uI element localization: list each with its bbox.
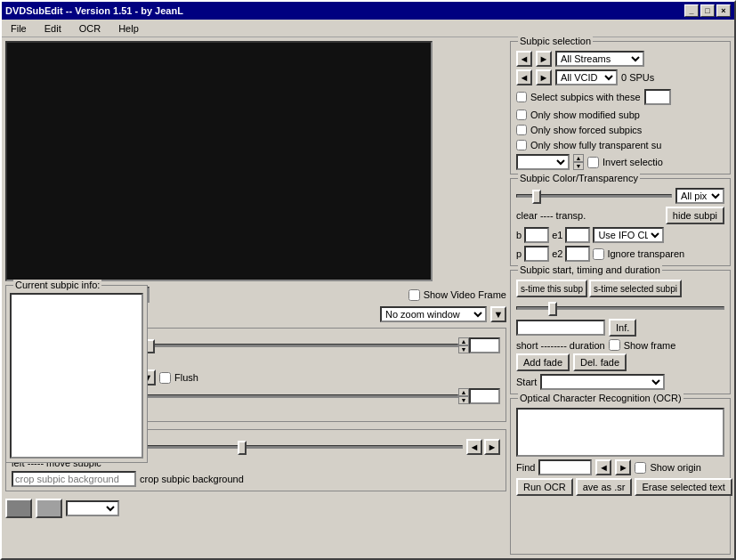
menu-ocr[interactable]: OCR: [74, 21, 106, 36]
p-input[interactable]: [524, 246, 549, 262]
vertical-spin2-up[interactable]: ▲: [458, 388, 469, 396]
invert-row: ▲ ▼ Invert selectio: [516, 154, 724, 170]
ignore-transparent-label: Ignore transparen: [607, 248, 684, 259]
show-origin-check[interactable]: [635, 462, 646, 474]
stream-next[interactable]: ►: [536, 51, 552, 67]
all-pix-select[interactable]: All pix: [675, 188, 724, 204]
bottom-btn2[interactable]: [36, 499, 62, 518]
hide-subpi-btn[interactable]: hide subpi: [666, 207, 724, 224]
vertical-spinner2[interactable]: ▲ ▼: [458, 388, 469, 404]
invert-select[interactable]: [516, 154, 570, 170]
select-subpics-label: Select subpics with these: [530, 92, 641, 102]
only-modified-row: Only show modified subp: [516, 110, 724, 120]
flush-label: Flush: [174, 372, 198, 383]
b-input[interactable]: [524, 227, 549, 243]
menu-bar: File Edit OCR Help: [2, 20, 734, 37]
flush-check[interactable]: [159, 372, 171, 384]
h-left-btn[interactable]: ◄: [466, 439, 482, 455]
title-bar: DVDSubEdit -- Version 1.51 - by JeanL _ …: [2, 2, 734, 20]
menu-help[interactable]: Help: [113, 21, 144, 36]
s-time-subp-btn[interactable]: s-time this subp: [516, 280, 587, 297]
start-row: Start: [516, 374, 724, 390]
only-forced-check[interactable]: [516, 125, 527, 135]
fade-row: Add fade Del. fade: [516, 353, 724, 371]
find-next[interactable]: ►: [615, 459, 631, 475]
add-fade-btn[interactable]: Add fade: [516, 353, 570, 371]
ocr-title: Optical Character Recognition (OCR): [518, 393, 683, 403]
only-forced-row: Only show forced subpics: [516, 125, 724, 135]
vertical-spinner[interactable]: ▲ ▼: [458, 337, 469, 353]
subpic-selection-title: Subpic selection: [518, 36, 593, 46]
ignore-transparent-check[interactable]: [593, 248, 604, 260]
show-video-frame-check[interactable]: [408, 289, 420, 301]
timing-btns-row: s-time this subp s-time selected subpi: [516, 280, 724, 297]
erase-selected-btn[interactable]: Erase selected text: [635, 478, 732, 496]
ocr-text-area[interactable]: [516, 408, 724, 457]
e2-label: e2: [552, 248, 562, 259]
bottom-select[interactable]: [66, 500, 119, 516]
stream-prev[interactable]: ◄: [516, 51, 532, 67]
del-fade-btn[interactable]: Del. fade: [573, 353, 627, 371]
ocr-group: Optical Character Recognition (OCR) Find…: [510, 398, 731, 555]
s-time-selected-btn[interactable]: s-time selected subpi: [589, 280, 682, 297]
find-label: Find: [516, 462, 535, 473]
only-modified-check[interactable]: [516, 110, 527, 120]
save-as-btn[interactable]: ave as .sr: [576, 478, 633, 496]
clear-transp-label: clear ---- transp.: [516, 210, 586, 221]
h-right-btn[interactable]: ►: [484, 439, 500, 455]
vertical-value2[interactable]: [469, 388, 500, 404]
only-modified-label: Only show modified subp: [530, 110, 640, 120]
vertical-value[interactable]: 0: [469, 337, 500, 353]
show-video-frame-label: Show Video Frame: [424, 289, 506, 300]
only-transparent-check[interactable]: [516, 140, 527, 150]
zoom-dropdown-btn[interactable]: ▼: [490, 306, 506, 322]
ifo-clut-select[interactable]: Use IFO CLUT: [593, 227, 664, 243]
color-slider-row: All pix: [516, 188, 724, 204]
right-panel: Subpic selection ◄ ► All Streams ◄ ► All…: [510, 41, 731, 555]
show-frame-check[interactable]: [609, 339, 620, 351]
b-e1-row: b e1 Use IFO CLUT: [516, 227, 724, 243]
close-button[interactable]: ×: [716, 4, 731, 17]
menu-edit[interactable]: Edit: [39, 21, 67, 36]
vertical-spin2-down[interactable]: ▼: [458, 396, 469, 404]
timing-slider[interactable]: [516, 300, 724, 316]
e1-input[interactable]: [565, 227, 590, 243]
start-select[interactable]: [540, 374, 665, 390]
zoom-select[interactable]: No zoom window: [380, 306, 487, 322]
maximize-button[interactable]: □: [700, 4, 715, 17]
subpic-info-area: [10, 293, 143, 459]
invert-spin-down[interactable]: ▼: [573, 162, 584, 170]
vcid-row: ◄ ► All VCID 0 SPUs: [516, 69, 724, 85]
crop-bg-input[interactable]: [12, 471, 136, 487]
vertical-spin-up[interactable]: ▲: [458, 337, 469, 345]
stream-row: ◄ ► All Streams: [516, 51, 724, 67]
color-slider[interactable]: [516, 188, 672, 204]
bottom-btn1[interactable]: [5, 499, 32, 518]
find-prev[interactable]: ◄: [595, 459, 611, 475]
show-frame-label: Show frame: [624, 340, 676, 351]
vcid-prev[interactable]: ◄: [516, 69, 532, 85]
show-origin-label: Show origin: [650, 462, 700, 473]
e2-input[interactable]: [565, 246, 590, 262]
invert-spin-up[interactable]: ▲: [573, 154, 584, 162]
vcid-next[interactable]: ►: [536, 69, 552, 85]
subpic-color-group: Subpic Color/Transparency All pix clear …: [510, 178, 731, 266]
invert-check[interactable]: [587, 157, 599, 168]
vcid-select[interactable]: All VCID: [555, 69, 618, 85]
timing-input[interactable]: [516, 320, 605, 336]
stream-select[interactable]: All Streams: [555, 51, 644, 67]
bottom-btn-row: [5, 499, 506, 518]
menu-file[interactable]: File: [5, 21, 32, 36]
minimize-button[interactable]: _: [684, 4, 699, 17]
subpic-info-group: Current subpic info:: [5, 285, 148, 463]
inf-btn[interactable]: Inf.: [609, 319, 636, 337]
find-row: Find ◄ ► Show origin: [516, 459, 724, 475]
run-ocr-btn[interactable]: Run OCR: [516, 478, 573, 496]
select-subpics-check[interactable]: [516, 92, 527, 102]
video-frame: [5, 41, 433, 281]
subpic-info-title: Current subpic info:: [13, 280, 101, 290]
vertical-spin-down[interactable]: ▼: [458, 345, 469, 353]
find-input[interactable]: [538, 459, 592, 475]
select-subpics-input[interactable]: [644, 89, 671, 105]
spu-count: 0 SPUs: [621, 72, 654, 83]
